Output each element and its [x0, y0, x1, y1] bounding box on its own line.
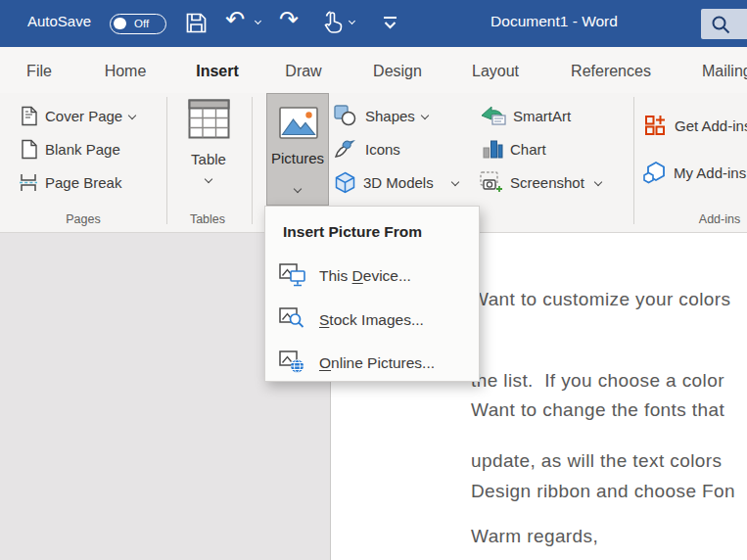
blank-page-button[interactable]: Blank Page — [21, 137, 120, 161]
toggle-knob-icon — [114, 18, 126, 30]
cover-page-button[interactable]: Cover Page — [21, 104, 135, 127]
my-addins-label: My Add-ins — [674, 164, 746, 181]
cover-page-icon — [21, 106, 38, 126]
menu-item-label: Online Pictures... — [319, 354, 435, 372]
screenshot-label: Screenshot — [510, 174, 584, 191]
save-button[interactable] — [185, 12, 208, 34]
screenshot-icon — [480, 171, 503, 194]
customize-toolbar-icon — [382, 16, 398, 30]
menu-item-stock-images[interactable]: Stock Images... — [279, 305, 424, 335]
menu-item-label: Stock Images... — [319, 311, 424, 329]
get-addins-button[interactable]: Get Add-ins — [643, 114, 747, 137]
tab-design[interactable]: Design — [373, 63, 422, 80]
table-button[interactable]: Table — [180, 99, 237, 182]
tab-file[interactable]: File — [26, 63, 52, 80]
tab-insert[interactable]: Insert — [196, 63, 239, 80]
my-addins-button[interactable]: My Add-ins — [641, 161, 746, 184]
chevron-down-icon — [255, 18, 261, 24]
undo-icon: ↶ — [225, 8, 245, 31]
page-break-button[interactable]: Page Break — [19, 170, 121, 194]
tab-draw[interactable]: Draw — [285, 63, 321, 80]
autosave-state: Off — [134, 18, 149, 29]
menu-header: Insert Picture From — [283, 223, 422, 241]
search-icon — [710, 14, 731, 35]
undo-button[interactable]: ↶ — [225, 8, 245, 31]
redo-button[interactable]: ↷ — [279, 8, 299, 31]
tables-group-label: Tables — [173, 212, 242, 226]
chevron-down-icon — [294, 185, 302, 193]
chevron-down-icon — [594, 178, 602, 186]
table-icon — [188, 99, 230, 139]
tab-references[interactable]: References — [571, 63, 651, 80]
shapes-label: Shapes — [365, 108, 415, 124]
title-bar: AutoSave Off ↶ ↷ — [0, 0, 747, 47]
tab-layout[interactable]: Layout — [472, 63, 519, 80]
blank-page-icon — [21, 139, 38, 160]
addins-group-label: Add-ins — [685, 212, 747, 226]
touch-mode-button[interactable] — [320, 10, 344, 36]
menu-item-label: This Device... — [319, 267, 411, 285]
menu-item-this-device[interactable]: This Device... — [279, 261, 411, 291]
document-closing-line[interactable]: Warm regards, — [471, 469, 598, 560]
chevron-down-icon — [450, 178, 458, 186]
cover-page-label: Cover Page — [45, 108, 122, 124]
insert-picture-menu: Insert Picture From This Device... — [264, 206, 480, 382]
touch-pointer-icon — [320, 10, 344, 36]
chevron-down-icon — [128, 112, 136, 119]
chart-label: Chart — [510, 141, 546, 158]
picture-search-icon — [279, 307, 306, 333]
my-addins-icon — [641, 161, 667, 185]
get-addins-label: Get Add-ins — [675, 117, 747, 134]
smartart-icon — [481, 105, 506, 126]
document-line: Want to change the fonts that — [471, 397, 735, 424]
icons-bird-icon — [334, 138, 358, 161]
get-addins-icon — [643, 114, 668, 138]
menu-item-online-pictures[interactable]: Online Pictures... — [279, 349, 435, 378]
pictures-button[interactable]: Pictures — [266, 93, 329, 206]
icons-button[interactable]: Icons — [334, 137, 400, 161]
autosave-toggle[interactable]: Off — [110, 14, 166, 34]
shapes-icon — [334, 105, 358, 127]
blank-page-label: Blank Page — [45, 141, 120, 158]
customize-quick-access-button[interactable] — [382, 16, 398, 30]
chart-icon — [482, 138, 503, 160]
autosave-label: AutoSave — [27, 13, 91, 29]
group-divider — [633, 97, 634, 224]
smartart-button[interactable]: SmartArt — [481, 104, 571, 127]
picture-globe-icon — [279, 350, 306, 376]
save-icon — [185, 12, 208, 34]
document-line: Warm regards, — [471, 523, 598, 550]
pages-group-label: Pages — [0, 212, 166, 226]
chart-button[interactable]: Chart — [482, 137, 546, 161]
group-divider — [166, 97, 167, 224]
shapes-button[interactable]: Shapes — [334, 104, 428, 127]
word-window: AutoSave Off ↶ ↷ — [0, 0, 747, 560]
chevron-down-icon — [421, 112, 429, 119]
tab-home[interactable]: Home — [105, 63, 147, 80]
redo-icon: ↷ — [279, 8, 299, 31]
search-box[interactable] — [701, 9, 747, 39]
3d-cube-icon — [334, 171, 356, 194]
screenshot-button[interactable]: Screenshot — [480, 170, 601, 194]
undo-dropdown-button[interactable] — [256, 19, 260, 23]
document-title: Document1 - Word — [427, 13, 681, 30]
pictures-label: Pictures — [267, 150, 328, 166]
3d-models-button[interactable]: 3D Models — [334, 170, 458, 194]
ribbon-tab-bar: File Home Insert Draw Design Layout Refe… — [0, 47, 747, 93]
smartart-label: SmartArt — [513, 108, 571, 124]
table-label: Table — [180, 151, 237, 167]
picture-device-icon — [279, 263, 306, 289]
pictures-icon — [279, 107, 318, 139]
icons-label: Icons — [365, 141, 400, 158]
tab-mailings[interactable]: Mailings — [702, 63, 747, 80]
3d-models-label: 3D Models — [363, 174, 434, 191]
chevron-down-icon — [205, 175, 212, 183]
chevron-down-icon — [349, 18, 355, 24]
touch-mode-dropdown-button[interactable] — [350, 19, 354, 23]
group-divider — [252, 97, 253, 224]
page-break-label: Page Break — [45, 174, 121, 191]
page-break-icon — [19, 172, 38, 193]
document-line: Want to customize your colors — [471, 286, 730, 313]
